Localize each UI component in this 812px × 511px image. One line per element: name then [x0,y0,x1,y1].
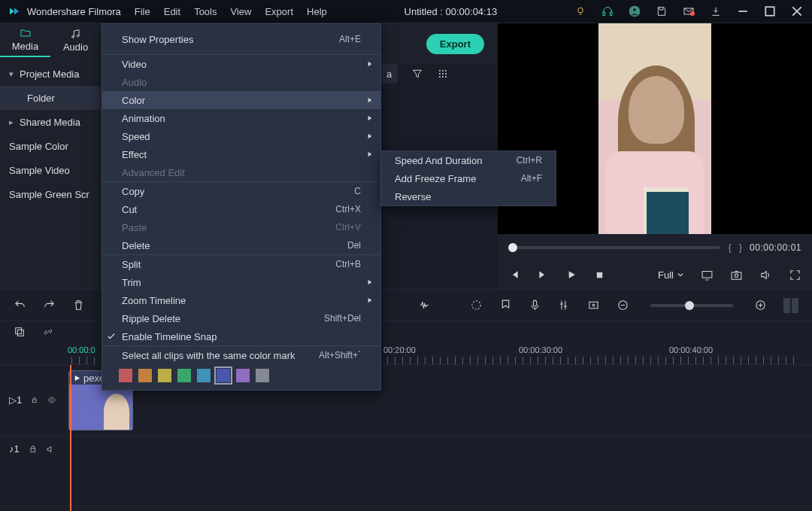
export-button[interactable]: Export [426,34,484,54]
menu-speed[interactable]: Speed [102,127,380,145]
grid-view-icon[interactable] [437,68,449,80]
fit-dropdown[interactable]: Full [658,269,684,281]
checkmark-icon [107,332,116,341]
menu-copy[interactable]: CopyC [102,182,380,200]
svg-point-27 [592,304,595,306]
menu-speed-label: Speed [122,131,150,142]
color-swatch-0[interactable] [119,369,132,382]
display-icon[interactable] [701,269,714,281]
menu-color[interactable]: Color [102,91,380,109]
window-close-icon[interactable] [791,5,803,17]
menu-show-properties[interactable]: Show PropertiesAlt+E [102,24,380,54]
mark-in-icon[interactable]: { [728,242,731,253]
zoom-in-icon[interactable] [754,299,767,312]
svg-point-33 [51,400,53,401]
menu-file[interactable]: File [135,6,150,17]
speaker-icon[interactable] [46,444,56,455]
audio-mixer-icon[interactable] [558,299,571,312]
play-button[interactable] [565,269,577,281]
color-swatch-3[interactable] [177,369,191,382]
audio-track[interactable]: ♪1 [0,436,812,461]
eye-icon[interactable] [47,394,56,406]
tree-sample-color[interactable]: Sample Color [0,134,101,158]
tree-shared-media[interactable]: ▸Shared Media [0,110,101,134]
color-swatch-6[interactable] [236,369,250,382]
fullscreen-icon[interactable] [789,269,801,281]
color-swatch-4[interactable] [197,369,211,382]
playhead[interactable] [70,365,71,511]
menu-timeline-snap[interactable]: Enable Timeline Snap [102,327,380,345]
stop-button[interactable] [594,269,605,281]
search-input[interactable]: a [380,64,398,84]
menu-split[interactable]: SplitCtrl+B [102,255,380,273]
menu-cut[interactable]: CutCtrl+X [102,200,380,218]
snapshot-icon[interactable] [730,269,743,281]
prev-frame-button[interactable] [508,269,520,281]
headphones-icon[interactable] [601,5,614,17]
zoom-slider[interactable] [650,304,733,307]
lightbulb-icon[interactable] [574,5,586,17]
tree-project-media[interactable]: ▾Project Media [0,62,101,86]
account-icon[interactable] [629,5,641,17]
zoom-out-icon[interactable] [617,299,629,312]
mark-out-icon[interactable]: } [739,242,742,253]
window-maximize-icon[interactable] [764,5,776,17]
tab-audio[interactable]: Audio [50,23,101,57]
redo-icon[interactable] [43,299,56,312]
menu-zoom-timeline[interactable]: Zoom Timeline [102,291,380,309]
menu-ripple-delete[interactable]: Ripple DeleteShift+Del [102,309,380,327]
timeline-view-icon[interactable] [783,298,798,313]
svg-rect-30 [16,328,22,334]
menu-trim[interactable]: Trim [102,273,380,291]
menu-tools[interactable]: Tools [194,6,217,17]
menu-help[interactable]: Help [307,6,327,17]
fit-label: Full [658,269,674,281]
volume-icon[interactable] [759,269,772,281]
submenu-reverse-label: Reverse [395,191,431,202]
waveform-icon[interactable] [419,299,432,312]
submenu-freeze-frame[interactable]: Add Freeze FrameAlt+F [381,169,556,187]
menu-delete[interactable]: DeleteDel [102,236,380,254]
tree-sample-green[interactable]: Sample Green Scr [0,182,101,206]
tab-media[interactable]: Media [0,23,50,57]
filter-icon[interactable] [411,68,423,80]
menu-animation[interactable]: Animation [102,109,380,127]
lock-icon[interactable] [31,395,38,405]
mic-icon[interactable] [529,299,541,312]
trash-icon[interactable] [72,299,85,312]
menu-effect[interactable]: Effect [102,145,380,163]
folder-icon [19,27,32,39]
color-swatch-2[interactable] [158,369,171,382]
menu-select-color-mark[interactable]: Select all clips with the same color mar… [102,346,380,364]
seek-slider[interactable] [508,246,720,249]
link-icon[interactable] [42,326,54,338]
copy-icon[interactable] [14,326,26,338]
svg-point-23 [735,274,738,277]
color-swatch-1[interactable] [138,369,152,382]
window-minimize-icon[interactable] [737,5,749,17]
tree-folder[interactable]: Folder [0,86,101,110]
tree-sample-video[interactable]: Sample Video [0,158,101,182]
render-icon[interactable] [470,299,483,312]
menu-view[interactable]: View [230,6,251,17]
submenu-reverse[interactable]: Reverse [381,187,556,205]
menu-export[interactable]: Export [265,6,293,17]
undo-icon[interactable] [14,299,26,312]
save-icon[interactable] [656,5,668,17]
color-swatch-5[interactable] [217,369,230,382]
submenu-speed-duration[interactable]: Speed And DurationCtrl+R [381,151,556,169]
download-icon[interactable] [710,5,722,17]
menu-edit[interactable]: Edit [164,6,180,17]
lock-icon[interactable] [29,444,38,454]
music-note-icon [69,28,83,40]
title-bar: Wondershare Filmora File Edit Tools View… [0,0,812,23]
tree-shared-label: Shared Media [20,117,80,128]
menu-snap-label: Enable Timeline Snap [122,331,217,342]
next-frame-button[interactable] [537,269,549,281]
menu-video[interactable]: Video [102,55,380,73]
crop-icon[interactable] [587,299,600,312]
svg-point-14 [439,73,441,75]
color-swatch-7[interactable] [256,369,269,382]
marker-icon[interactable] [499,299,512,312]
menu-copy-label: Copy [122,186,144,197]
